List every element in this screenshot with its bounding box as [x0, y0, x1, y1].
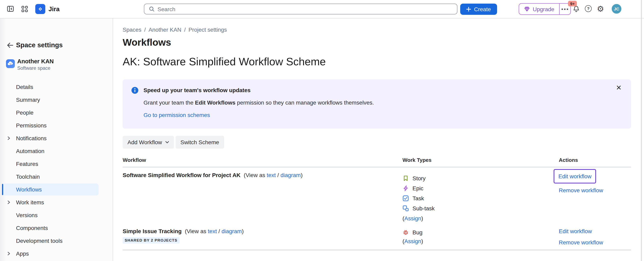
info-icon	[131, 86, 139, 94]
breadcrumb-spaces[interactable]: Spaces	[123, 26, 141, 33]
space-name: Another KAN	[17, 58, 54, 64]
epic-icon	[402, 185, 409, 191]
create-button[interactable]: Create	[460, 3, 497, 15]
add-workflow-label: Add Workflow	[128, 139, 162, 145]
story-icon	[402, 175, 409, 181]
page-scrollbar[interactable]	[641, 0, 642, 261]
sidebar-item-features[interactable]: Features	[0, 157, 113, 170]
table-header-row: Workflow Work Types Actions	[123, 157, 631, 167]
view-as-diagram-link[interactable]: diagram	[280, 172, 301, 178]
table-row-simple-issue-tracking: Simple Issue Tracking(View as text / dia…	[123, 222, 631, 250]
column-header-workflow: Workflow	[123, 157, 402, 163]
permission-schemes-link[interactable]: Go to permission schemes	[144, 111, 210, 119]
work-type-subtask: Sub-task	[402, 203, 559, 213]
banner-title: Speed up your team's workflow updates	[144, 86, 250, 94]
chevron-right-icon	[7, 200, 11, 204]
sidebar-item-toolchain[interactable]: Toolchain	[0, 170, 113, 183]
shared-projects-badge: SHARED BY 2 PROJECTS	[123, 237, 180, 244]
sidebar-item-summary[interactable]: Summary	[0, 93, 113, 106]
breadcrumb-project-settings[interactable]: Project settings	[188, 26, 227, 33]
bug-icon	[402, 229, 409, 235]
sidebar-item-details[interactable]: Details	[0, 80, 113, 93]
back-arrow-icon[interactable]	[6, 42, 13, 49]
page-title: Workflows	[123, 36, 631, 48]
sidebar-item-work-items[interactable]: Work items	[0, 196, 113, 209]
switch-scheme-label: Switch Scheme	[180, 139, 219, 145]
add-workflow-button[interactable]: Add Workflow	[123, 136, 174, 149]
space-type: Software space	[17, 65, 50, 71]
close-icon[interactable]: ×	[616, 83, 621, 92]
assign-link[interactable]: Assign	[404, 215, 421, 222]
search-input[interactable]	[144, 3, 458, 14]
banner-body-bold: Edit Workflows	[195, 99, 236, 106]
assign-line: (Assign)	[402, 214, 559, 222]
sidebar-item-components[interactable]: Components	[0, 222, 113, 234]
space-avatar-cloud-icon[interactable]	[6, 59, 15, 68]
table-row-software-simplified-workflow: Software Simplified Workflow for Project…	[123, 167, 631, 222]
workflow-name: Software Simplified Workflow for Project…	[123, 172, 240, 178]
info-banner: Speed up your team's workflow updates Gr…	[123, 79, 631, 129]
create-button-label: Create	[474, 6, 491, 12]
plus-icon	[466, 7, 471, 12]
view-as-diagram-link[interactable]: diagram	[222, 228, 242, 234]
actions-cell: Edit workflow Remove workflow	[559, 171, 631, 222]
sidebar-title: Space settings	[16, 41, 63, 49]
sidebar-item-apps[interactable]: Apps	[0, 247, 113, 260]
actions-cell: Edit workflow Remove workflow	[559, 227, 631, 246]
sidebar-item-workflows[interactable]: Workflows	[0, 183, 113, 196]
remove-workflow-link[interactable]: Remove workflow	[559, 238, 631, 246]
remove-workflow-link[interactable]: Remove workflow	[559, 186, 631, 194]
user-avatar[interactable]: JC	[612, 4, 621, 14]
assign-line: (Assign)	[402, 237, 559, 245]
work-types-cell: Bug (Assign)	[402, 227, 559, 246]
column-header-actions: Actions	[559, 157, 631, 163]
work-type-bug: Bug	[402, 227, 559, 237]
workflow-cell: Simple Issue Tracking(View as text / dia…	[123, 227, 402, 246]
workflow-name: Simple Issue Tracking	[123, 228, 182, 234]
chevron-right-icon	[7, 136, 11, 140]
work-type-story: Story	[402, 173, 559, 183]
chevron-down-icon	[165, 140, 169, 144]
edit-workflow-link[interactable]: Edit workflow	[558, 172, 592, 180]
app-switcher-icon[interactable]	[21, 5, 28, 12]
upgrade-button-label: Upgrade	[533, 6, 554, 12]
workflows-table: Workflow Work Types Actions Software Sim…	[123, 157, 631, 250]
switch-scheme-button[interactable]: Switch Scheme	[176, 136, 224, 149]
sidebar-item-permissions[interactable]: Permissions	[0, 119, 113, 132]
work-types-cell: Story Epic Task	[402, 171, 559, 222]
gem-icon	[524, 6, 530, 12]
space-settings-sidebar: Space settings Another KAN Software spac…	[0, 18, 113, 261]
view-as-text-link[interactable]: text	[208, 228, 217, 234]
work-type-epic: Epic	[402, 183, 559, 193]
upgrade-button[interactable]: Upgrade	[519, 3, 559, 14]
breadcrumb: Spaces/Another KAN/Project settings	[123, 26, 631, 34]
workflow-toolbar: Add Workflow Switch Scheme	[123, 136, 631, 149]
breadcrumb-another-kan[interactable]: Another KAN	[148, 26, 181, 33]
view-as: (View as text / diagram)	[244, 172, 303, 178]
sidebar-item-notifications[interactable]: Notifications	[0, 132, 113, 145]
view-as-text-link[interactable]: text	[267, 172, 276, 178]
top-bar: Jira Create Upgrade	[0, 0, 644, 18]
banner-body: Grant your team the Edit Workflows permi…	[144, 99, 374, 107]
notification-badge[interactable]: 9+	[568, 1, 577, 6]
sidebar-item-versions[interactable]: Versions	[0, 209, 113, 222]
workflow-cell: Software Simplified Workflow for Project…	[123, 171, 402, 222]
jira-logo-icon[interactable]	[35, 4, 45, 14]
chevron-right-icon	[7, 252, 11, 256]
sidebar-item-development-tools[interactable]: Development tools	[0, 234, 113, 247]
sidebar-nav: Details Summary People Permissions Notif…	[0, 80, 113, 260]
edit-workflow-focus-ring: Edit workflow	[554, 169, 596, 184]
settings-gear-icon[interactable]: ⚙	[597, 3, 604, 14]
view-as: (View as text / diagram)	[185, 228, 244, 234]
task-icon	[402, 195, 409, 201]
ellipsis-icon	[561, 8, 568, 10]
workflow-scheme-title: AK: Software Simplified Workflow Scheme	[123, 55, 631, 68]
edit-workflow-link[interactable]: Edit workflow	[559, 227, 592, 235]
column-header-work-types: Work Types	[402, 157, 559, 163]
sidebar-item-people[interactable]: People	[0, 106, 113, 119]
jira-space-settings-page: Jira Create Upgrade	[0, 0, 644, 261]
sidebar-collapse-icon[interactable]	[6, 5, 14, 13]
help-icon[interactable]: ?	[585, 5, 592, 12]
assign-link[interactable]: Assign	[404, 238, 421, 244]
sidebar-item-automation[interactable]: Automation	[0, 145, 113, 157]
